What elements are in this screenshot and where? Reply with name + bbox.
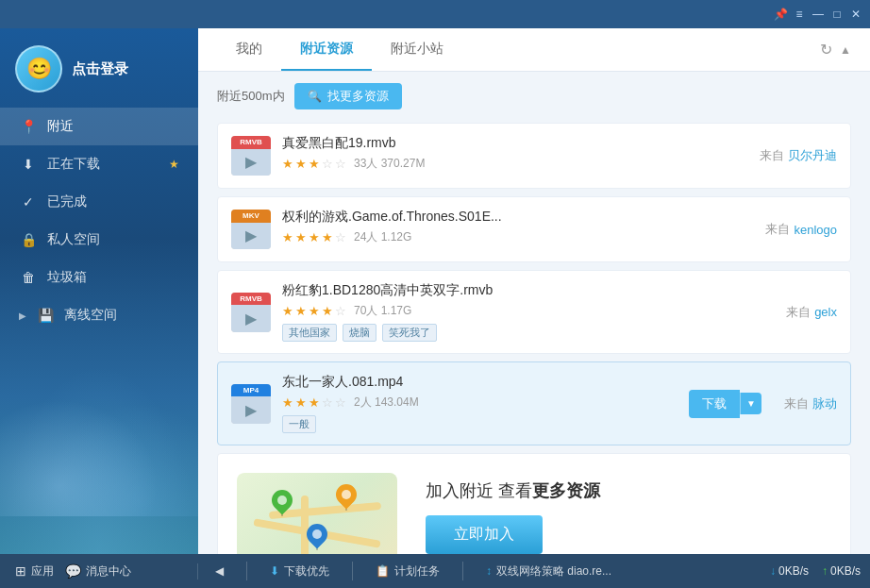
resource-name-1: 真爱黑白配19.rmvb — [282, 135, 748, 152]
stars-4: ★ ★ ★ ☆ ☆ — [282, 395, 346, 410]
source-name-1[interactable]: 贝尔丹迪 — [788, 147, 837, 164]
resource-stats-2: 24人 1.12G — [354, 229, 411, 245]
login-text[interactable]: 点击登录 — [72, 60, 128, 78]
source-label-2: 来自 — [765, 221, 790, 238]
bottom-bar: ⊞ 应用 💬 消息中心 ◀ ⬇ 下载优先 📋 计划任务 ↕ 双线网络策略 dia… — [0, 554, 870, 588]
more-resources-button[interactable]: 🔍 找更多资源 — [294, 83, 402, 109]
tasks-label: 计划任务 — [394, 563, 440, 580]
join-button[interactable]: 立即加入 — [426, 515, 543, 554]
message-icon: 💬 — [65, 563, 81, 579]
completed-icon: ✓ — [19, 193, 38, 211]
sidebar-item-nearby-label: 附近 — [47, 118, 74, 135]
star-3-3: ★ — [309, 304, 320, 318]
badge-icon-4: ▶ — [231, 396, 271, 423]
pin-head-blue — [303, 519, 332, 548]
sidebar-item-trash-label: 垃圾箱 — [47, 269, 87, 286]
star-1-1: ★ — [282, 157, 293, 171]
more-resources-label: 找更多资源 — [327, 88, 389, 105]
star-4-1: ★ — [282, 395, 293, 410]
star-3-5: ☆ — [335, 304, 346, 318]
star-1-3: ★ — [309, 157, 320, 171]
private-icon: 🔒 — [19, 230, 38, 249]
downloading-icon: ⬇ — [19, 155, 38, 174]
map-illustration — [237, 473, 397, 554]
stars-1: ★ ★ ★ ☆ ☆ — [282, 157, 346, 171]
up-arrow-icon: ↑ — [822, 564, 828, 578]
tab-nearby[interactable]: 附近资源 — [281, 29, 372, 71]
stars-3: ★ ★ ★ ★ ☆ — [282, 304, 346, 318]
star-4-4: ☆ — [322, 395, 333, 410]
download-dropdown-button[interactable]: ▼ — [740, 393, 761, 414]
download-btn-group: 下载 ▼ — [689, 390, 761, 418]
collapse-button[interactable]: ▲ — [840, 43, 851, 57]
resource-source-4: 来自 脉动 — [784, 395, 837, 412]
trash-icon: 🗑 — [19, 268, 38, 287]
message-center-button[interactable]: 💬 消息中心 — [65, 563, 131, 580]
tag-4-1: 一般 — [282, 415, 316, 433]
tasks-button[interactable]: 📋 计划任务 — [368, 563, 447, 580]
network-info-button[interactable]: ↕ 双线网络策略 diao.re... — [478, 563, 619, 580]
resource-item-3: RMVB ▶ 粉红豹1.BD1280高清中英双字.rmvb ★ ★ ★ ★ ☆ … — [217, 270, 851, 354]
filter-row: 附近500m内 🔍 找更多资源 — [217, 83, 851, 109]
badge-icon-2: ▶ — [231, 223, 271, 249]
refresh-button[interactable]: ↻ — [820, 41, 832, 59]
separator-2 — [352, 562, 353, 580]
star-2-1: ★ — [282, 230, 293, 244]
down-arrow-icon: ↓ — [770, 564, 776, 578]
resource-tags-4: 一般 — [282, 415, 678, 433]
content-inner: 附近500m内 🔍 找更多资源 RMVB ▶ 真爱黑白配19.rmvb ★ — [198, 72, 870, 554]
left-arrow-button[interactable]: ◀ — [208, 564, 231, 578]
minimize-button[interactable]: — — [811, 8, 825, 21]
close-button[interactable]: ✕ — [849, 8, 862, 21]
sidebar-item-downloading[interactable]: ⬇ 正在下载 ★ — [0, 145, 198, 183]
file-badge-3: RMVB ▶ — [231, 293, 271, 332]
tab-mine[interactable]: 我的 — [217, 29, 281, 71]
badge-icon-3: ▶ — [231, 305, 271, 331]
resource-meta-2: ★ ★ ★ ★ ☆ 24人 1.12G — [282, 229, 754, 245]
sidebar-item-offline-label: 离线空间 — [64, 307, 117, 324]
app-button[interactable]: ⊞ 应用 — [15, 563, 54, 580]
settings-button[interactable]: ≡ — [793, 8, 806, 21]
download-priority-icon: ⬇ — [270, 564, 279, 578]
sidebar-item-nearby[interactable]: 📍 附近 — [0, 108, 198, 145]
source-name-2[interactable]: kenlogo — [794, 223, 837, 237]
source-name-4[interactable]: 脉动 — [812, 395, 837, 412]
sidebar-item-trash[interactable]: 🗑 垃圾箱 — [0, 259, 198, 296]
join-title: 加入附近 查看更多资源 — [426, 479, 831, 502]
star-2-3: ★ — [309, 230, 320, 244]
speed-info: ↓ 0KB/s ↑ 0KB/s — [770, 564, 861, 578]
separator-1 — [246, 562, 247, 580]
map-pin-green — [269, 490, 295, 522]
maximize-button[interactable]: □ — [830, 8, 844, 21]
resource-meta-3: ★ ★ ★ ★ ☆ 70人 1.17G — [282, 303, 775, 319]
badge-type-3: RMVB — [231, 293, 271, 306]
star-1-4: ☆ — [322, 157, 333, 171]
sidebar-item-private[interactable]: 🔒 私人空间 — [0, 221, 198, 259]
file-badge-2: MKV ▶ — [231, 210, 271, 249]
user-section: 😊 点击登录 — [0, 38, 198, 108]
pin-button[interactable]: 📌 — [774, 8, 787, 21]
badge-type-4: MP4 — [231, 384, 271, 397]
source-name-3[interactable]: gelx — [814, 305, 837, 319]
avatar[interactable]: 😊 — [15, 45, 62, 92]
download-button[interactable]: 下载 — [689, 390, 740, 418]
cloud-decoration — [0, 365, 198, 516]
speed-down: ↓ 0KB/s — [770, 564, 809, 578]
tag-3-3: 笑死我了 — [382, 324, 437, 342]
chevron-icon: ▶ — [19, 311, 26, 321]
star-2-4: ★ — [322, 230, 333, 244]
badge-type-2: MKV — [231, 210, 271, 223]
badge-type-1: RMVB — [231, 136, 271, 149]
star-2-2: ★ — [295, 230, 307, 244]
sidebar-item-completed[interactable]: ✓ 已完成 — [0, 183, 198, 221]
resource-source-2: 来自 kenlogo — [765, 221, 837, 238]
star-1-5: ☆ — [335, 157, 346, 171]
download-priority-button[interactable]: ⬇ 下载优先 — [262, 563, 337, 580]
tab-nearby-station[interactable]: 附近小站 — [372, 29, 462, 71]
star-4-5: ☆ — [335, 395, 346, 410]
sidebar-item-offline[interactable]: ▶ 💾 离线空间 — [0, 296, 198, 334]
join-title-bold: 更多资源 — [532, 481, 600, 500]
separator-3 — [462, 562, 463, 580]
main-container: 😊 点击登录 📍 附近 ⬇ 正在下载 ★ ✓ 已完成 🔒 私人空间 🗑 垃圾箱 … — [0, 28, 870, 554]
speed-up: ↑ 0KB/s — [822, 564, 861, 578]
